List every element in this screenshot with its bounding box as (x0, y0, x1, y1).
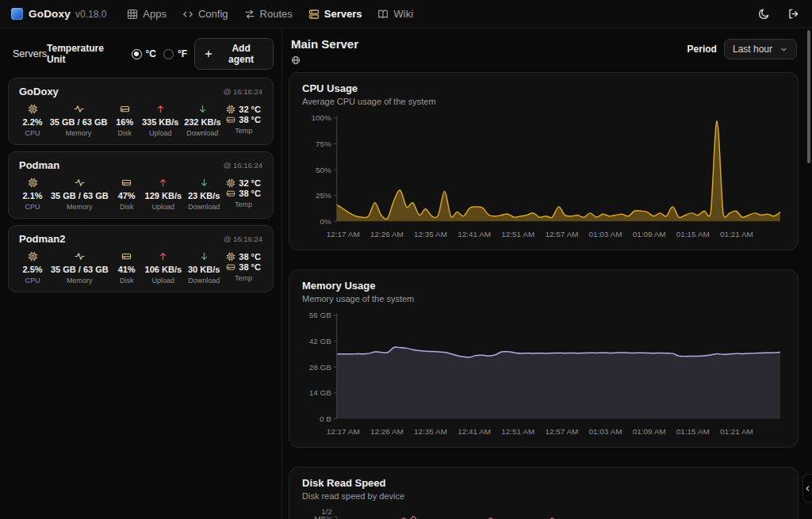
arrow-up-icon (158, 177, 168, 188)
stat-memory: 35 GB / 63 GB Memory (51, 177, 109, 211)
stat-value: 2.1% (22, 191, 42, 200)
main-content: Main Server Period Last hour CPU Usage A… (283, 29, 812, 519)
temp-cpu-value: 38 °C (239, 252, 261, 261)
svg-text:100%: 100% (311, 114, 331, 122)
nav-item-wiki[interactable]: Wiki (377, 8, 413, 20)
theme-toggle-button[interactable] (756, 6, 772, 21)
hard-drive-icon (121, 251, 132, 261)
svg-text:MB/s: MB/s (314, 514, 332, 519)
svg-text:12:51 AM: 12:51 AM (501, 427, 534, 436)
disk-read-speed-card: Disk Read Speed Disk read speed by devic… (289, 467, 799, 519)
globe-icon (291, 55, 301, 65)
cpu-usage-chart[interactable]: 100%75%50%25%0%12:17 AM12:26 AM12:35 AM1… (302, 114, 785, 243)
svg-text:01:21 AM: 01:21 AM (720, 427, 753, 436)
arrow-up-icon (158, 251, 168, 261)
stat-label: Upload (149, 129, 172, 137)
stat-label: Memory (67, 277, 93, 284)
stat-memory: 35 GB / 63 GB Memory (50, 104, 108, 137)
temp-disk-value: 38 °C (239, 189, 261, 198)
stat-value: 129 KB/s (145, 191, 182, 200)
stat-label: Upload (152, 203, 175, 211)
stat-disk: 16% Disk (113, 104, 136, 137)
svg-text:0%: 0% (320, 217, 331, 226)
servers-icon (308, 9, 320, 20)
svg-text:12:51 AM: 12:51 AM (501, 230, 534, 239)
server-stats: 2.5% CPU 35 GB / 63 GB Memory 41% Disk 1… (19, 251, 262, 284)
code-icon (182, 9, 193, 20)
nav-label: Servers (324, 8, 362, 20)
svg-text:01:03 AM: 01:03 AM (589, 427, 622, 436)
chart-subtitle: Memory usage of the system (302, 294, 785, 303)
svg-text:12:41 AM: 12:41 AM (458, 427, 491, 436)
period-select[interactable]: Last hour (724, 39, 797, 59)
svg-text:01:03 AM: 01:03 AM (589, 230, 622, 239)
stat-download: 23 KB/s Download (188, 177, 220, 211)
stat-value: 16% (116, 117, 133, 127)
sidebar-collapse-handle[interactable] (802, 474, 812, 502)
nav-item-config[interactable]: Config (182, 8, 228, 20)
nav-item-routes[interactable]: Routes (244, 8, 293, 20)
stat-value: 335 KB/s (142, 117, 178, 127)
memory-usage-chart[interactable]: 56 GB42 GB28 GB14 GB0 B12:17 AM12:26 AM1… (302, 311, 785, 441)
radio-dot-celsius[interactable] (132, 49, 142, 59)
stat-label: Disk (120, 277, 134, 284)
server-card-godoxy[interactable]: GoDoxy @ 16:16:24 2.2% CPU 35 GB / 63 GB… (8, 78, 274, 145)
svg-text:50%: 50% (316, 166, 331, 174)
stat-value: 35 GB / 63 GB (51, 191, 109, 200)
servers-sidebar: Servers Temperature Unit °C °F Add agent… (0, 29, 282, 519)
server-stats: 2.2% CPU 35 GB / 63 GB Memory 16% Disk 3… (19, 104, 262, 137)
arrow-up-icon (155, 104, 166, 114)
main-scrollbar-thumb[interactable] (807, 30, 810, 163)
stat-label: CPU (25, 203, 40, 211)
svg-text:42 GB: 42 GB (309, 337, 332, 345)
svg-text:56 GB: 56 GB (309, 311, 332, 319)
stat-value: 106 KB/s (145, 265, 182, 274)
hard-drive-icon (226, 115, 236, 124)
radio-celsius[interactable]: °C (132, 48, 156, 59)
radio-fahrenheit[interactable]: °F (163, 48, 187, 59)
stat-label: Temp (235, 200, 252, 208)
server-stats: 2.1% CPU 35 GB / 63 GB Memory 47% Disk 1… (19, 177, 262, 211)
disk-read-speed-chart[interactable]: 1/2MB/s (302, 507, 785, 519)
add-agent-button[interactable]: Add agent (194, 38, 274, 70)
server-timestamp: @ 16:16:24 (224, 87, 262, 96)
server-name: GoDoxy (19, 86, 59, 97)
svg-text:12:26 AM: 12:26 AM (370, 427, 404, 436)
radio-dot-fahrenheit[interactable] (163, 49, 174, 59)
brand-name: GoDoxy (29, 8, 71, 20)
chart-title: Memory Usage (302, 280, 785, 292)
cpu-chip-icon (226, 252, 236, 261)
stat-value: 35 GB / 63 GB (50, 117, 108, 127)
stat-memory: 35 GB / 63 GB Memory (51, 251, 109, 284)
sidebar-header: Servers Temperature Unit °C °F Add agent (0, 29, 282, 78)
svg-text:0 B: 0 B (320, 414, 331, 423)
nav-item-apps[interactable]: Apps (127, 8, 167, 20)
stat-value: 23 KB/s (188, 191, 220, 200)
nav-label: Routes (260, 8, 293, 20)
cpu-chip-icon (226, 178, 236, 188)
nav-item-servers[interactable]: Servers (308, 8, 362, 20)
stat-label: Download (188, 277, 220, 284)
app-version: v0.18.0 (75, 9, 106, 20)
stat-cpu: 2.5% CPU (21, 251, 44, 284)
temperature-unit-label: Temperature Unit (47, 43, 124, 65)
main-header: Main Server Period Last hour (289, 35, 799, 72)
svg-text:01:09 AM: 01:09 AM (633, 427, 666, 436)
stat-cpu: 2.2% CPU (21, 104, 44, 137)
celsius-label: °C (146, 48, 156, 59)
svg-text:01:21 AM: 01:21 AM (720, 230, 753, 239)
stat-temp: 32 °C 38 °C Temp (226, 104, 261, 137)
stat-value: 2.2% (22, 117, 42, 127)
add-agent-label: Add agent (218, 43, 264, 65)
server-card-podman2[interactable]: Podman2 @ 16:16:24 2.5% CPU 35 GB / 63 G… (8, 225, 274, 292)
logout-icon (787, 8, 799, 20)
svg-text:12:41 AM: 12:41 AM (458, 230, 491, 239)
logout-button[interactable] (786, 6, 801, 21)
server-card-podman[interactable]: Podman @ 16:16:24 2.1% CPU 35 GB / 63 GB… (8, 151, 274, 219)
chevron-down-icon (779, 45, 788, 54)
chart-subtitle: Disk read speed by device (302, 491, 785, 501)
stat-label: Memory (67, 203, 93, 211)
hard-drive-icon (121, 177, 132, 188)
book-icon (377, 9, 389, 20)
svg-text:75%: 75% (316, 139, 331, 148)
